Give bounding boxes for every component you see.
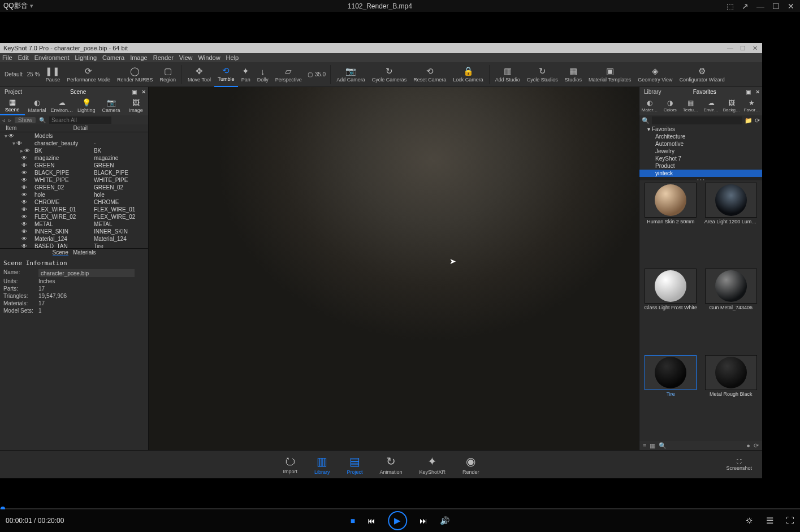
keyshot-close-icon[interactable]: ✕ (753, 45, 758, 52)
screenshot-button[interactable]: ⛶ Screenshot (726, 459, 752, 471)
favorites-tree[interactable]: ▾ FavoritesArchitectureAutomotiveJewelry… (639, 126, 762, 177)
tree-row[interactable]: 👁magazinemagazine (0, 154, 148, 162)
ribbon-animation[interactable]: ↻Animation (379, 455, 402, 475)
favorites-folder[interactable]: Product (639, 162, 762, 170)
tree-row[interactable]: ▾👁character_beauty- (0, 140, 148, 147)
panel-splitter[interactable]: • • • (639, 177, 762, 180)
favorites-folder[interactable]: yinteck (639, 170, 762, 177)
material-add-icon[interactable]: ● (746, 442, 750, 449)
ribbon-render[interactable]: ◉Render (462, 455, 479, 475)
pause-button[interactable]: ❚❚Pause (42, 62, 63, 87)
tree-row[interactable]: 👁METALMETAL (0, 220, 148, 228)
library-refresh-icon[interactable]: ⟳ (755, 117, 760, 124)
scene-tree[interactable]: ▾👁Models▾👁character_beauty-▸👁BKBK👁magazi… (0, 132, 148, 248)
panel-close-icon[interactable]: ✕ (139, 89, 148, 95)
tree-row[interactable]: 👁WHITE_PIPEWHITE_PIPE (0, 176, 148, 184)
prev-button[interactable]: ⏮ (367, 516, 375, 525)
next-button[interactable]: ⏭ (420, 516, 427, 525)
project-tab-lighting[interactable]: 💡Lighting (74, 96, 99, 115)
panel-undock-icon[interactable]: ▣ (129, 89, 139, 95)
menu-help[interactable]: Help (226, 54, 239, 61)
tumble-button[interactable]: ⟲Tumble (214, 62, 238, 87)
ribbon-project[interactable]: ▤Project (347, 455, 362, 475)
ribbon-keyshotxr[interactable]: ✦KeyShotXR (420, 455, 446, 475)
perf-mode-button[interactable]: ⟳Performance Mode (63, 62, 114, 87)
qq-pin-icon[interactable]: ⬚ (727, 2, 734, 11)
perspective-value[interactable]: ▢ 35.0 (305, 71, 328, 77)
material-thumbnail[interactable]: Area Light 1200 Lumen … (702, 183, 760, 266)
keyshot-minimize-icon[interactable]: — (727, 45, 733, 52)
tree-row[interactable]: ▾👁Models (0, 132, 148, 140)
stop-button[interactable]: ■ (351, 516, 355, 525)
library-tab-3[interactable]: ☁Envir… (701, 96, 721, 115)
project-tab-material[interactable]: ◐Material (25, 96, 50, 115)
menu-file[interactable]: File (2, 54, 12, 61)
tree-row[interactable]: 👁FLEX_WIRE_02FLEX_WIRE_02 (0, 213, 148, 220)
region-button[interactable]: ▢Region (157, 62, 180, 87)
add-studio-button[interactable]: ▥Add Studio (492, 62, 524, 87)
library-undock-icon[interactable]: ▣ (743, 89, 753, 95)
zoom-percent[interactable]: 25 % (25, 71, 42, 77)
menu-render[interactable]: Render (153, 54, 174, 61)
player-playlist-icon[interactable]: ☰ (766, 516, 773, 526)
material-thumbnail[interactable]: Glass Light Frost White (642, 269, 700, 352)
favorites-root[interactable]: ▾ Favorites (639, 126, 762, 133)
tree-row[interactable]: 👁FLEX_WIRE_01FLEX_WIRE_01 (0, 206, 148, 213)
show-button[interactable]: Show (15, 117, 36, 123)
player-settings-icon[interactable]: ⛭ (745, 516, 754, 526)
material-templates-button[interactable]: ▣Material Templates (585, 62, 634, 87)
menu-camera[interactable]: Camera (102, 54, 124, 61)
perspective-button[interactable]: ▱Perspective (272, 62, 305, 87)
qq-pip-icon[interactable]: ↗ (742, 2, 749, 11)
material-thumbnail[interactable]: Human Skin 2 50mm (642, 183, 700, 266)
studios-button[interactable]: ▦Studios (561, 62, 585, 87)
scene-search-input[interactable] (49, 116, 111, 124)
menu-edit[interactable]: Edit (18, 54, 29, 61)
lock-camera-button[interactable]: 🔒Lock Camera (449, 62, 487, 87)
menu-view[interactable]: View (179, 54, 193, 61)
ribbon-import[interactable]: ⭮Import (283, 455, 297, 474)
close-icon[interactable]: ✕ (788, 2, 794, 11)
configurator-wizard-button[interactable]: ⚙Configurator Wizard (676, 62, 728, 87)
library-close-icon[interactable]: ✕ (753, 89, 762, 95)
material-thumbnail[interactable]: Tire (642, 355, 700, 439)
library-tab-1[interactable]: ◑Colors (660, 96, 680, 115)
geometry-view-button[interactable]: ◈Geometry View (634, 62, 676, 87)
tree-collapse-icon[interactable]: ◃ (2, 117, 5, 123)
material-thumbnail[interactable]: Gun Metal_743406 (702, 269, 760, 352)
cycle-studios-button[interactable]: ↻Cycle Studios (524, 62, 561, 87)
keyshot-maximize-icon[interactable]: ☐ (740, 45, 746, 52)
cycle-cameras-button[interactable]: ↻Cycle Cameras (369, 62, 410, 87)
tab-materials[interactable]: Materials (73, 249, 96, 256)
tab-scene[interactable]: Scene (53, 249, 68, 256)
volume-button[interactable]: 🔊 (440, 516, 449, 525)
play-button[interactable]: ▶ (388, 511, 407, 530)
menu-image[interactable]: Image (130, 54, 148, 61)
tree-row[interactable]: 👁BLACK_PIPEBLACK_PIPE (0, 169, 148, 176)
tree-row[interactable]: ▸👁BKBK (0, 147, 148, 154)
project-tab-environ[interactable]: ☁Environ… (49, 96, 74, 115)
add-camera-button[interactable]: 📷Add Camera (333, 62, 369, 87)
tree-row[interactable]: 👁GREEN_02GREEN_02 (0, 184, 148, 191)
material-search-icon[interactable]: 🔍 (659, 442, 667, 449)
favorites-folder[interactable]: KeyShot 7 (639, 155, 762, 162)
dolly-button[interactable]: ↓Dolly (254, 62, 272, 87)
scene-name-input[interactable] (38, 269, 135, 277)
favorites-folder[interactable]: Jewelry (639, 148, 762, 155)
minimize-icon[interactable]: — (756, 2, 764, 11)
tree-row[interactable]: 👁Material_124Material_124 (0, 235, 148, 243)
favorites-folder[interactable]: Architecture (639, 133, 762, 140)
maximize-icon[interactable]: ☐ (772, 2, 780, 11)
ribbon-library[interactable]: ▥Library (314, 455, 330, 475)
project-tab-scene[interactable]: ▦Scene (0, 96, 25, 115)
library-tab-5[interactable]: ★Favor… (742, 96, 762, 115)
render-nurbs-button[interactable]: ◯Render NURBS (114, 62, 157, 87)
tree-row[interactable]: 👁holehole (0, 191, 148, 198)
menu-environment[interactable]: Environment (34, 54, 70, 61)
library-tab-2[interactable]: ▦Textu… (680, 96, 700, 115)
tree-row[interactable]: 👁BASED_TANTire (0, 243, 148, 248)
library-folder-icon[interactable]: 📁 (745, 117, 753, 124)
move-tool-button[interactable]: ✥Move Tool (184, 62, 214, 87)
tree-row[interactable]: 👁GREENGREEN (0, 162, 148, 169)
tree-row[interactable]: 👁CHROMECHROME (0, 198, 148, 206)
